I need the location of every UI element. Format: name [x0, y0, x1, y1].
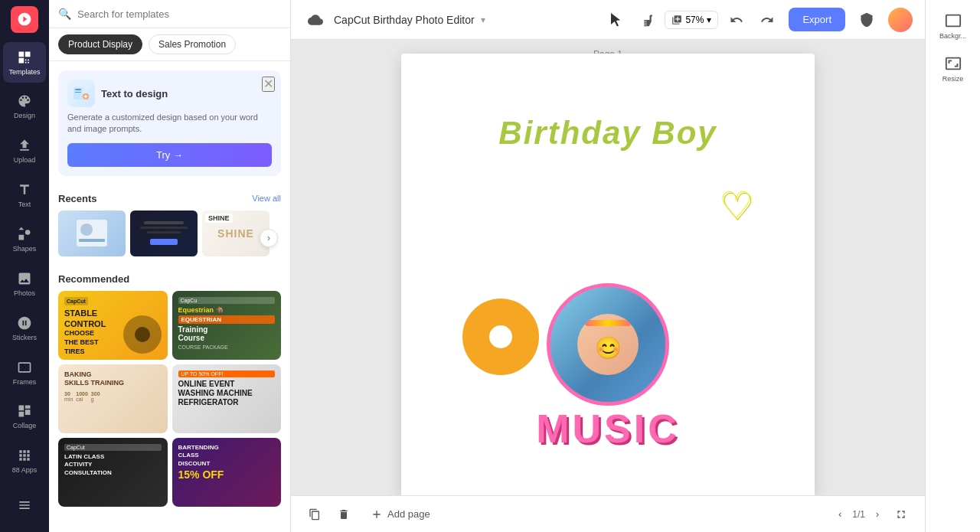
- resize-label: Resize: [942, 75, 964, 83]
- user-avatar[interactable]: [888, 8, 913, 32]
- project-title: CapCut Birthday Photo Editor: [334, 14, 475, 26]
- sidebar-item-label: Templates: [8, 68, 40, 76]
- prev-page-button[interactable]: ‹: [831, 505, 849, 524]
- sidebar-item-label: Text: [18, 201, 31, 208]
- filter-tab-product-display[interactable]: Product Display: [58, 34, 142, 54]
- ttd-description: Generate a customized design based on yo…: [67, 112, 272, 135]
- undo-button[interactable]: [724, 8, 749, 32]
- sidebar-item-more[interactable]: [3, 485, 46, 526]
- sidebar-item-label: Photos: [14, 289, 35, 297]
- sidebar-item-label: Frames: [13, 378, 37, 386]
- sidebar-item-apps[interactable]: 88 Apps: [3, 440, 46, 481]
- page-counter: 1/1: [852, 509, 865, 520]
- zoom-caret: ▾: [707, 15, 711, 25]
- recent-template-2[interactable]: [130, 211, 198, 256]
- project-name-area: CapCut Birthday Photo Editor ▾: [303, 8, 594, 32]
- template-card-equestrian[interactable]: CapCu Equestrian 🏇 EQUESTRIAN Training C…: [172, 291, 282, 360]
- add-page-button[interactable]: Add page: [361, 504, 439, 525]
- page-actions: Add page: [303, 503, 822, 526]
- pointer-tool[interactable]: [603, 8, 628, 32]
- birthday-title: Birthday Boy: [498, 115, 717, 152]
- template-card-bartending[interactable]: BARTENDING CLASS DISCOUNT 15% OFF: [172, 438, 282, 507]
- sidebar-item-stickers[interactable]: Stickers: [3, 308, 46, 349]
- search-bar: 🔍: [49, 0, 290, 28]
- recommended-header: Recommended: [49, 266, 290, 291]
- redo-button[interactable]: [755, 8, 779, 32]
- card-tires-overlay: CapCut STABLE CONTROL CHOOSE THE BEST TI…: [58, 291, 168, 360]
- next-page-button[interactable]: ›: [868, 505, 887, 524]
- app-logo[interactable]: [11, 6, 38, 33]
- svg-rect-2: [75, 92, 81, 93]
- sidebar-item-frames[interactable]: Frames: [3, 352, 46, 393]
- sidebar-item-shapes[interactable]: Shapes: [3, 219, 46, 260]
- panel-content: ✕ Text to design Generate a customized d…: [49, 61, 290, 532]
- ttd-try-button[interactable]: Try →: [67, 143, 272, 167]
- resize-panel-item[interactable]: Resize: [929, 49, 978, 89]
- toolbar-right: Export: [789, 8, 913, 32]
- card-baking-overlay: BAKING SKILLS TRAINING 30min 1000cal 300…: [58, 364, 168, 433]
- sidebar-item-collage[interactable]: Collage: [3, 397, 46, 438]
- export-button[interactable]: Export: [789, 8, 845, 31]
- sidebar-item-label: Design: [14, 112, 35, 119]
- sidebar-item-label: Collage: [13, 422, 37, 429]
- card-bartending-overlay: BARTENDING CLASS DISCOUNT 15% OFF: [172, 438, 282, 507]
- sidebar-item-label: Stickers: [12, 334, 37, 341]
- ttd-title: Text to design: [101, 88, 168, 100]
- bottom-bar: Add page ‹ 1/1 ›: [291, 495, 925, 532]
- template-card-washing[interactable]: UP TO 50% OFF! ONLINE EVENT WASHING MACH…: [172, 364, 282, 433]
- svg-rect-1: [75, 89, 81, 90]
- sidebar-item-label: Shapes: [13, 245, 37, 253]
- recent-template-3[interactable]: SHINE SHINE: [202, 211, 270, 256]
- card-equestrian-overlay: CapCu Equestrian 🏇 EQUESTRIAN Training C…: [172, 291, 282, 360]
- templates-grid: CapCut STABLE CONTROL CHOOSE THE BEST TI…: [49, 291, 290, 516]
- search-icon: 🔍: [58, 8, 71, 20]
- recents-next-button[interactable]: ›: [260, 229, 278, 247]
- main-area: CapCut Birthday Photo Editor ▾ 57% ▾: [291, 0, 925, 532]
- filter-tabs: Product Display Sales Promotion: [49, 28, 290, 61]
- fullscreen-button[interactable]: [890, 503, 913, 526]
- zoom-value: 57%: [685, 15, 704, 25]
- toolbar-tools: 57% ▾: [603, 8, 779, 32]
- sidebar-item-label: Upload: [14, 156, 36, 164]
- view-all-button[interactable]: View all: [252, 194, 281, 203]
- title-caret: ▾: [481, 15, 485, 25]
- background-panel-item[interactable]: Backgr...: [929, 6, 978, 46]
- page-navigation: ‹ 1/1 ›: [831, 503, 913, 526]
- text-to-design-banner: ✕ Text to design Generate a customized d…: [58, 70, 281, 176]
- template-card-baking[interactable]: BAKING SKILLS TRAINING 30min 1000cal 300…: [58, 364, 168, 433]
- copy-page-button[interactable]: [303, 503, 326, 526]
- search-input[interactable]: [77, 8, 281, 20]
- svg-rect-6: [79, 239, 105, 242]
- music-text: MUSIC: [536, 406, 680, 452]
- svg-point-5: [80, 224, 93, 236]
- shine-label: SHINE: [205, 214, 233, 223]
- sidebar-item-design[interactable]: Design: [3, 86, 46, 127]
- sidebar-item-text[interactable]: Text: [3, 175, 46, 216]
- side-panel: 🔍 Product Display Sales Promotion ✕: [49, 0, 291, 532]
- sidebar-item-label: 88 Apps: [12, 466, 38, 474]
- template-card-tires[interactable]: CapCut STABLE CONTROL CHOOSE THE BEST TI…: [58, 291, 168, 360]
- canvas-area: Page 1 Birthday Boy 😊 ♡: [291, 40, 925, 495]
- hand-tool[interactable]: [634, 8, 658, 32]
- sidebar-item-upload[interactable]: Upload: [3, 130, 46, 171]
- close-button[interactable]: ✕: [262, 77, 275, 92]
- zoom-control[interactable]: 57% ▾: [665, 11, 718, 29]
- recommended-title: Recommended: [58, 273, 129, 285]
- sidebar-item-templates[interactable]: Templates: [3, 42, 46, 83]
- background-label: Backgr...: [939, 32, 966, 40]
- template-card-latin[interactable]: CapCut LATIN CLASS ACTIVITY CONSULTATION: [58, 438, 168, 507]
- photo-circle: 😊: [547, 283, 669, 406]
- ttd-header: Text to design: [67, 80, 272, 107]
- right-panel: Backgr... Resize: [925, 0, 980, 532]
- canvas-page[interactable]: Birthday Boy 😊 ♡ MUSIC: [401, 54, 815, 496]
- add-page-label: Add page: [387, 508, 430, 520]
- delete-page-button[interactable]: [332, 503, 355, 526]
- save-button[interactable]: [303, 8, 328, 32]
- filter-tab-sales-promotion[interactable]: Sales Promotion: [149, 34, 236, 54]
- sidebar-item-photos[interactable]: Photos: [3, 263, 46, 305]
- shield-icon-button[interactable]: [854, 8, 879, 32]
- left-navigation: Templates Design Upload Text Shapes Phot…: [0, 0, 49, 532]
- recents-title: Recents: [58, 193, 97, 204]
- orange-circle-inner: [489, 325, 512, 348]
- recent-template-1[interactable]: [58, 211, 126, 256]
